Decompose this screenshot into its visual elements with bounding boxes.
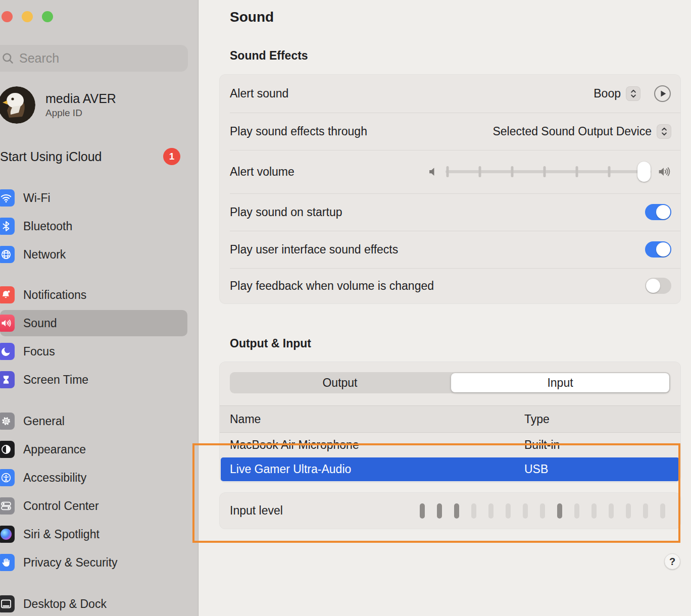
device-row-macbook-air-microphone[interactable]: MacBook Air Microphone Built-in — [221, 433, 679, 457]
moon-icon — [0, 343, 15, 360]
sidebar-item-label: Privacy & Security — [23, 556, 118, 570]
play-through-row: Play sound effects through Selected Soun… — [220, 113, 680, 150]
sidebar: Search media AVER Apple ID Start Using i… — [0, 0, 199, 616]
level-segment — [609, 503, 614, 519]
sidebar-item-network[interactable]: Network — [0, 241, 187, 268]
sidebar-item-desktop-dock[interactable]: Desktop & Dock — [0, 591, 187, 616]
alert-sound-popup-stepper[interactable] — [626, 86, 640, 101]
bluetooth-icon — [0, 218, 15, 235]
sidebar-item-label: Appearance — [23, 443, 86, 456]
input-level-card: Input level — [220, 493, 680, 529]
sidebar-item-start-using-icloud[interactable]: Start Using iCloud 1 — [0, 145, 187, 168]
sidebar-item-focus[interactable]: Focus — [0, 338, 187, 365]
search-icon — [1, 52, 15, 65]
input-level-meter — [420, 503, 665, 519]
gear-icon — [0, 413, 15, 430]
bell-icon — [0, 286, 15, 303]
ui-sounds-label: Play user interface sound effects — [230, 243, 398, 256]
alert-sound-row: Alert sound Boop — [220, 75, 680, 113]
play-through-popup-stepper[interactable] — [657, 124, 671, 139]
icloud-label: Start Using iCloud — [0, 149, 102, 164]
level-segment — [506, 503, 511, 519]
level-segment — [471, 503, 476, 519]
accessibility-icon — [0, 469, 15, 486]
sidebar-item-general[interactable]: General — [0, 408, 187, 434]
level-segment — [540, 503, 545, 519]
sound-effects-heading: Sound Effects — [230, 49, 308, 63]
apple-id-profile[interactable]: media AVER Apple ID — [0, 85, 192, 125]
ui-sounds-row: Play user interface sound effects — [220, 231, 680, 268]
sidebar-item-label: Bluetooth — [23, 220, 72, 233]
sidebar-item-label: Control Center — [23, 499, 99, 513]
sidebar-item-sound[interactable]: Sound — [0, 310, 187, 336]
slider-thumb[interactable] — [637, 162, 651, 182]
device-table-header: Name Type — [220, 405, 680, 433]
output-input-card: Output Input Name Type MacBook Air Micro… — [220, 362, 680, 482]
sidebar-item-label: Notifications — [23, 288, 86, 302]
slider-tick — [511, 166, 513, 177]
volume-feedback-row: Play feedback when volume is changed — [220, 268, 680, 303]
sidebar-item-label: Accessibility — [23, 471, 86, 485]
sidebar-item-label: Focus — [23, 345, 55, 358]
device-type: USB — [524, 463, 548, 476]
sidebar-item-wifi[interactable]: Wi-Fi — [0, 185, 187, 211]
speaker-quiet-icon — [425, 164, 440, 179]
level-segment — [523, 503, 528, 519]
device-name: MacBook Air Microphone — [230, 438, 359, 452]
startup-sound-row: Play sound on startup — [220, 193, 680, 231]
notification-badge: 1 — [163, 148, 180, 165]
sidebar-item-screen-time[interactable]: Screen Time — [0, 367, 187, 393]
sidebar-item-label: Siri & Spotlight — [23, 528, 100, 541]
sidebar-item-appearance[interactable]: Appearance — [0, 436, 187, 463]
minimize-button[interactable] — [22, 11, 33, 22]
speaker-loud-icon — [656, 164, 671, 179]
alert-volume-row: Alert volume — [220, 150, 680, 193]
level-segment — [591, 503, 597, 519]
slider-tick — [447, 166, 449, 177]
tab-output[interactable]: Output — [231, 373, 449, 392]
level-segment — [557, 503, 562, 519]
help-button[interactable]: ? — [664, 553, 680, 570]
dock-icon — [0, 595, 15, 612]
zoom-button[interactable] — [42, 11, 53, 22]
column-header-name: Name — [230, 413, 261, 426]
sidebar-item-bluetooth[interactable]: Bluetooth — [0, 213, 187, 239]
alert-sound-label: Alert sound — [230, 87, 288, 100]
level-segment — [454, 503, 459, 519]
sidebar-item-notifications[interactable]: Notifications — [0, 282, 187, 308]
input-level-label: Input level — [230, 504, 283, 518]
sidebar-item-label: Desktop & Dock — [23, 597, 107, 611]
wifi-icon — [0, 189, 15, 207]
sidebar-item-label: Wi-Fi — [23, 191, 51, 205]
play-alert-sound-button[interactable] — [654, 85, 671, 102]
startup-sound-toggle[interactable] — [645, 204, 671, 220]
search-input[interactable]: Search — [0, 45, 188, 72]
slider-tick — [608, 166, 610, 177]
alert-volume-slider[interactable] — [425, 161, 671, 182]
sidebar-item-siri-spotlight[interactable]: Siri & Spotlight — [0, 521, 187, 547]
level-segment — [626, 503, 631, 519]
sound-settings-pane: Sound Sound Effects Alert sound Boop Pla… — [199, 0, 691, 616]
slider-track[interactable] — [446, 161, 651, 182]
ui-sounds-toggle[interactable] — [645, 241, 671, 258]
alert-volume-label: Alert volume — [230, 165, 294, 179]
sidebar-item-accessibility[interactable]: Accessibility — [0, 465, 187, 491]
sidebar-item-control-center[interactable]: Control Center — [0, 493, 187, 519]
profile-name: media AVER — [45, 91, 116, 106]
volume-feedback-toggle[interactable] — [645, 278, 671, 294]
contrast-icon — [0, 441, 15, 458]
column-header-type: Type — [524, 413, 550, 426]
close-button[interactable] — [2, 11, 13, 22]
sidebar-item-privacy-security[interactable]: Privacy & Security — [0, 549, 187, 576]
volume-feedback-label: Play feedback when volume is changed — [230, 279, 434, 293]
device-row-live-gamer-ultra-audio[interactable]: Live Gamer Ultra-Audio USB — [221, 457, 679, 481]
sound-effects-card: Alert sound Boop Play sound effects thro… — [220, 75, 680, 303]
sidebar-item-label: Network — [23, 248, 66, 262]
play-through-value: Selected Sound Output Device — [492, 125, 652, 138]
profile-subtitle: Apple ID — [45, 108, 116, 119]
output-input-heading: Output & Input — [230, 337, 311, 350]
window-controls — [2, 11, 53, 22]
tab-input[interactable]: Input — [451, 373, 669, 392]
level-segment — [420, 503, 425, 519]
startup-sound-label: Play sound on startup — [230, 206, 342, 219]
